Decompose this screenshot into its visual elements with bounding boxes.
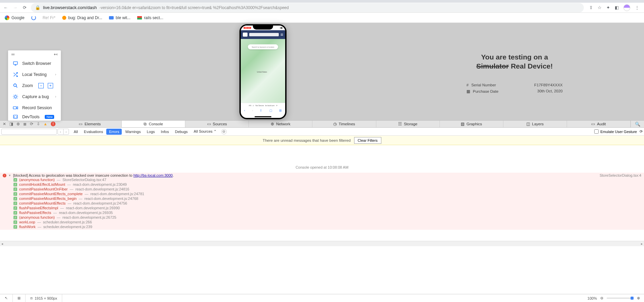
filter-input[interactable] xyxy=(1,129,57,135)
zoom-out-icon[interactable]: ⊖ xyxy=(600,296,603,300)
zoom-slider[interactable] xyxy=(607,298,634,299)
source-location[interactable]: scheduler.development.js:239 xyxy=(43,225,92,229)
stack-frame: ƒ(anonymous function)—react-dom.developm… xyxy=(13,215,641,220)
bookmarks-icon[interactable]: ▢ xyxy=(269,109,272,112)
tab-graphics[interactable]: ▧Graphics xyxy=(440,121,503,127)
chevron-right-icon: › xyxy=(55,95,56,98)
reload-icon[interactable]: ⟳ xyxy=(276,104,277,106)
zoom-in-icon[interactable]: ⊕ xyxy=(637,296,640,300)
inspect-icon[interactable]: ⊕ xyxy=(16,122,20,126)
tab-audit[interactable]: ▭Audit xyxy=(567,121,631,127)
function-name: workLoop xyxy=(19,220,35,224)
prev-button[interactable]: ‹ xyxy=(58,129,64,134)
tabs-icon[interactable]: ⊞ xyxy=(279,109,282,112)
filter-all[interactable]: All xyxy=(71,129,80,135)
drag-handle-icon[interactable]: ═ xyxy=(11,52,14,57)
refresh-icon[interactable]: ⟳ xyxy=(640,129,643,134)
star-icon[interactable]: ☆ xyxy=(598,5,602,10)
reload-button[interactable]: ⟳ xyxy=(22,5,28,11)
filter-logs[interactable]: Logs xyxy=(144,129,157,135)
tab-elements[interactable]: ▭Elements xyxy=(58,121,122,127)
source-location[interactable]: react-dom.development.js:23049 xyxy=(73,182,127,186)
close-icon[interactable]: ✕ xyxy=(3,122,6,126)
tab-console[interactable]: ⧉Console xyxy=(122,121,185,127)
map-search[interactable]: Search by keyword or location xyxy=(248,44,278,49)
sidebar-switch-browser[interactable]: Switch Browser xyxy=(8,58,61,69)
filter-sources[interactable]: All Sources ⌃ xyxy=(191,128,219,135)
status-dims: ⧈1915 × 900px xyxy=(26,294,62,302)
recording-pill: 02:10 xyxy=(243,27,251,29)
back-button[interactable]: ← xyxy=(3,5,9,11)
horizontal-scrollbar[interactable]: ◂▸ xyxy=(0,241,644,246)
zoom-out-button[interactable]: − xyxy=(38,83,44,88)
device-screen[interactable]: 02:10 ●▮ ≡ Search by keyword or location… xyxy=(241,26,285,118)
sidebar-record[interactable]: Record Session xyxy=(8,102,61,113)
filter-warnings[interactable]: Warnings xyxy=(122,129,143,135)
filter-errors[interactable]: Errors xyxy=(106,129,122,135)
disclosure-triangle[interactable]: ▼ xyxy=(8,174,11,177)
trash-icon[interactable]: ⊝ xyxy=(221,129,227,134)
next-button[interactable]: › xyxy=(64,129,69,134)
source-location[interactable]: react-dom.development.js:26990 xyxy=(66,206,120,210)
safari-address[interactable]: AA⚠ Not Secure bs-local.com ⟳ xyxy=(241,103,285,107)
bookmark-item[interactable] xyxy=(31,15,36,20)
error-url[interactable]: http://bs-local.com:3000 xyxy=(134,173,173,177)
forward-button[interactable]: → xyxy=(12,5,18,11)
filter-infos[interactable]: Infos xyxy=(158,129,172,135)
share-icon[interactable]: ⇪ xyxy=(260,109,262,112)
sidebar-local-testing[interactable]: Local Testing › xyxy=(8,69,61,80)
error-source[interactable]: StoreSelectorDialog.tsx:4 xyxy=(600,173,641,177)
tab-layers[interactable]: ◫Layers xyxy=(503,121,567,127)
bookmark-bug[interactable]: bug: Drag and Dr... xyxy=(62,15,102,20)
search-icon xyxy=(13,83,18,88)
reload-icon[interactable]: ⟳ xyxy=(30,122,33,126)
clear-filters-button[interactable]: Clear Filters xyxy=(354,137,381,144)
emulate-checkbox[interactable]: Emulate User Gesture xyxy=(594,129,637,134)
source-location[interactable]: react-dom.development.js:26725 xyxy=(63,215,116,219)
extensions-icon[interactable]: ✦ xyxy=(606,5,610,10)
source-location[interactable]: react-dom.development.js:24816 xyxy=(75,187,129,191)
hamburger-icon[interactable]: ≡ xyxy=(280,32,283,37)
panel-icon[interactable]: ◧ xyxy=(615,5,619,10)
devtools-search[interactable]: 🔍 xyxy=(631,121,644,127)
stack-frame: ƒflushPassiveEffects—react-dom.developme… xyxy=(13,210,641,215)
download-icon[interactable]: ⇩ xyxy=(37,122,40,126)
info-row-serial: #Serial Number F17F89Y4XXXX xyxy=(462,82,567,88)
warning-icon[interactable]: ▲ xyxy=(43,122,47,126)
filter-debugs[interactable]: Debugs xyxy=(172,129,190,135)
source-location[interactable]: react-dom.development.js:26935 xyxy=(59,211,113,215)
insecure-icon: ⚠ xyxy=(253,104,254,106)
function-icon: ƒ xyxy=(13,206,17,210)
filter-evaluations[interactable]: Evaluations xyxy=(81,129,106,135)
address-bar[interactable]: 🔒 live.browserstack.com/dash -version=16… xyxy=(31,3,584,12)
collapse-icon[interactable]: ↤ xyxy=(54,52,58,57)
profile-avatar[interactable] xyxy=(623,4,630,11)
bookmark-item[interactable]: Re! Fr* xyxy=(43,15,55,20)
tab-sources[interactable]: ▭Sources xyxy=(185,121,249,127)
bookmark-item[interactable]: ble wit... xyxy=(109,15,130,20)
source-location[interactable]: react-dom.development.js:24781 xyxy=(90,192,144,196)
bookmark-item[interactable]: rails sect... xyxy=(137,15,163,20)
error-badge[interactable]: ! xyxy=(51,122,55,126)
source-location[interactable]: StoreSelectorDialog.tsx:47 xyxy=(63,178,106,182)
map-view[interactable]: Search by keyword or location United Sta… xyxy=(241,39,285,103)
bookmark-google[interactable]: Google xyxy=(5,15,25,20)
zoom-in-button[interactable]: + xyxy=(48,83,53,88)
share-icon[interactable]: ⇪ xyxy=(589,5,593,10)
back-icon[interactable]: ‹ xyxy=(244,109,245,112)
status-layout[interactable]: ⊞ xyxy=(13,294,26,302)
forward-icon[interactable]: › xyxy=(252,109,253,112)
lock-icon: 🔒 xyxy=(35,5,40,10)
tab-storage[interactable]: ☷Storage xyxy=(376,121,440,127)
source-location[interactable]: react-dom.development.js:24768 xyxy=(84,197,138,201)
stop-icon[interactable]: ◼ xyxy=(23,122,27,126)
dock-icon[interactable]: ◨ xyxy=(9,122,13,126)
source-location[interactable]: scheduler.development.js:266 xyxy=(43,220,92,224)
sidebar-capture-bug[interactable]: Capture a bug › xyxy=(8,91,61,102)
sidebar-devtools[interactable]: DevTools New xyxy=(8,113,61,121)
toolbar-actions: ⇪ ☆ ✦ ◧ ⋮ xyxy=(587,4,641,11)
source-location[interactable]: react-dom.development.js:24756 xyxy=(73,201,127,205)
tab-timelines[interactable]: ◷Timelines xyxy=(312,121,376,127)
menu-icon[interactable]: ⋮ xyxy=(635,5,639,10)
tab-network[interactable]: ⊛Network xyxy=(249,121,312,127)
